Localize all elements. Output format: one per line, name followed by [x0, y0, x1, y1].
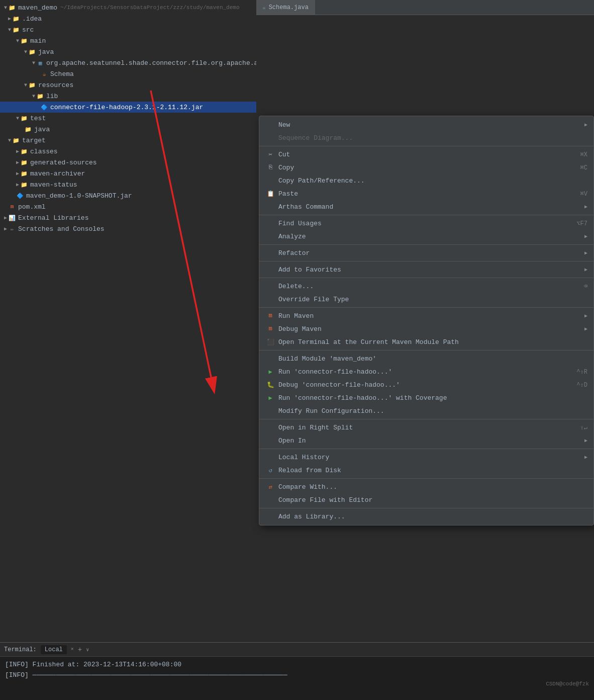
menu-item-modify-run-config[interactable]: Modify Run Configuration...	[259, 404, 593, 417]
terminal-panel: Terminal: Local × + ∨ [INFO] Finished at…	[0, 642, 594, 700]
tree-item-label: java	[38, 48, 54, 56]
run-icon: ▶	[265, 368, 275, 376]
menu-item-build-module[interactable]: Build Module 'maven_demo'	[259, 352, 593, 365]
menu-item-debug-maven[interactable]: m Debug Maven ▶	[259, 322, 593, 335]
menu-label: Cut	[278, 151, 560, 158]
tree-item-test-java[interactable]: 📁 java	[0, 124, 256, 135]
tree-item-label: connector-file-hadoop-2.3.1-2.11.12.jar	[50, 104, 203, 111]
jar-file-icon: 🔷	[40, 103, 48, 111]
menu-item-compare-editor[interactable]: Compare File with Editor	[259, 493, 593, 506]
menu-item-sequence-diagram[interactable]: Sequence Diagram...	[259, 131, 593, 144]
menu-item-analyze[interactable]: Analyze ▶	[259, 230, 593, 243]
menu-item-reload-disk[interactable]: ↺ Reload from Disk	[259, 464, 593, 477]
folder-icon: 📁	[20, 37, 28, 45]
tree-item-label: pom.xml	[18, 203, 46, 211]
terminal-chevron-button[interactable]: ∨	[86, 647, 89, 653]
tree-item-label: java	[34, 126, 50, 133]
run-coverage-icon: ▶	[265, 394, 275, 402]
menu-item-compare-with[interactable]: ⇄ Compare With...	[259, 480, 593, 493]
menu-item-refactor[interactable]: Refactor ▶	[259, 246, 593, 259]
folder-icon: 📁	[12, 15, 20, 23]
menu-label: Open In	[278, 437, 584, 445]
tree-item-resources[interactable]: ▼ 📁 resources	[0, 79, 256, 91]
menu-item-arthas[interactable]: Arthas Command ▶	[259, 200, 593, 213]
menu-item-cut[interactable]: ✂ Cut ⌘X	[259, 148, 593, 161]
menu-label: Delete...	[278, 283, 564, 290]
tree-item-src[interactable]: ▼ 📁 src	[0, 24, 256, 35]
tree-item-external-libs[interactable]: ▶ 📊 External Libraries	[0, 212, 256, 223]
tree-item-schema[interactable]: ☕ Schema	[0, 68, 256, 79]
shortcut: ⌘V	[580, 190, 587, 198]
menu-item-run-coverage[interactable]: ▶ Run 'connector-file-hadoo...' with Cov…	[259, 391, 593, 404]
menu-item-add-library[interactable]: Add as Library...	[259, 510, 593, 523]
menu-separator-9	[259, 449, 593, 449]
tree-item-pom[interactable]: m pom.xml	[0, 201, 256, 212]
terminal-tab-name[interactable]: Local	[41, 645, 67, 654]
chevron-down-icon: ▼	[32, 60, 35, 66]
submenu-arrow: ▶	[584, 454, 587, 460]
tree-item-package[interactable]: ▼ ▦ org.apache.seatunnel.shade.connector…	[0, 57, 256, 68]
menu-item-open-terminal-maven[interactable]: ⬛ Open Terminal at the Current Maven Mod…	[259, 335, 593, 348]
menu-separator-10	[259, 478, 593, 479]
tree-item-java-src[interactable]: ▼ 📁 java	[0, 46, 256, 57]
menu-item-run-connector[interactable]: ▶ Run 'connector-file-hadoo...' ^⇧R	[259, 365, 593, 378]
menu-item-new[interactable]: New ▶	[259, 118, 593, 131]
chevron-down-icon: ▼	[4, 5, 7, 11]
menu-item-find-usages[interactable]: Find Usages ⌥F7	[259, 217, 593, 230]
tree-item-main[interactable]: ▼ 📁 main	[0, 35, 256, 46]
tree-item-label: classes	[30, 148, 58, 155]
menu-label: Debug Maven	[278, 325, 584, 333]
tab-label: Schema.java	[269, 4, 309, 11]
menu-label: Add to Favorites	[278, 266, 584, 274]
menu-item-run-maven[interactable]: m Run Maven ▶	[259, 309, 593, 322]
menu-item-open-right-split[interactable]: Open in Right Split ⇧↵	[259, 421, 593, 434]
terminal-line-1: [INFO] Finished at: 2023-12-13T14:16:00+…	[5, 660, 589, 670]
menu-item-open-in[interactable]: Open In ▶	[259, 434, 593, 447]
tree-item-test[interactable]: ▼ 📁 test	[0, 113, 256, 124]
tree-item-connector-jar[interactable]: 🔷 connector-file-hadoop-2.3.1-2.11.12.ja…	[0, 102, 256, 113]
menu-item-local-history[interactable]: Local History ▶	[259, 451, 593, 464]
menu-item-add-favorites[interactable]: Add to Favorites ▶	[259, 263, 593, 276]
menu-label: Compare File with Editor	[278, 496, 587, 504]
menu-label: Run 'connector-file-hadoo...'	[278, 368, 556, 376]
chevron-right-icon: ▶	[4, 215, 7, 221]
tree-item-maven-archiver[interactable]: ▶ 📁 maven-archiver	[0, 168, 256, 179]
menu-label: Build Module 'maven_demo'	[278, 355, 587, 363]
tree-item-lib[interactable]: ▼ 📁 lib	[0, 91, 256, 102]
menu-label: Find Usages	[278, 220, 556, 227]
tree-item-target[interactable]: ▼ 📁 target	[0, 135, 256, 146]
folder-icon: 📁	[36, 92, 44, 100]
tree-item-label: resources	[38, 81, 73, 89]
menu-item-debug-connector[interactable]: 🐛 Debug 'connector-file-hadoo...' ^⇧D	[259, 378, 593, 391]
submenu-arrow: ▶	[584, 313, 587, 319]
terminal-close-button[interactable]: ×	[71, 647, 74, 652]
shortcut: ⇧↵	[580, 424, 587, 431]
chevron-down-icon: ▼	[16, 116, 19, 121]
submenu-arrow: ▶	[584, 122, 587, 128]
schema-tab[interactable]: ☕ Schema.java	[256, 0, 315, 15]
tree-item-maven-demo[interactable]: ▼ 📁 maven_demo ~/IdeaProjects/SensorsDat…	[0, 2, 256, 13]
tree-item-scratches[interactable]: ▶ ✏ Scratches and Consoles	[0, 223, 256, 234]
tree-item-idea[interactable]: ▶ 📁 .idea	[0, 13, 256, 24]
pom-icon: m	[8, 203, 16, 211]
menu-label: Run Maven	[278, 312, 584, 320]
menu-label: Compare With...	[278, 483, 587, 491]
tree-item-classes[interactable]: ▶ 📁 classes	[0, 146, 256, 157]
tree-item-label: External Libraries	[18, 214, 88, 222]
chevron-right-icon: ▶	[16, 182, 19, 188]
menu-item-copy-path[interactable]: Copy Path/Reference...	[259, 174, 593, 187]
tree-item-label: maven-status	[30, 181, 77, 189]
copy-icon: ⎘	[265, 164, 275, 171]
menu-item-copy[interactable]: ⎘ Copy ⌘C	[259, 161, 593, 174]
menu-separator-3	[259, 244, 593, 245]
terminal-add-button[interactable]: +	[78, 646, 82, 654]
menu-item-override-type[interactable]: Override File Type	[259, 293, 593, 306]
chevron-right-icon: ▶	[4, 226, 7, 232]
chevron-down-icon: ▼	[24, 82, 27, 88]
tree-item-snapshot-jar[interactable]: 🔷 maven_demo-1.0-SNAPSHOT.jar	[0, 190, 256, 201]
tree-item-maven-status[interactable]: ▶ 📁 maven-status	[0, 179, 256, 190]
menu-label: Refactor	[278, 249, 584, 257]
menu-item-delete[interactable]: Delete... ⌫	[259, 280, 593, 293]
menu-item-paste[interactable]: 📋 Paste ⌘V	[259, 187, 593, 200]
tree-item-generated-sources[interactable]: ▶ 📁 generated-sources	[0, 157, 256, 168]
